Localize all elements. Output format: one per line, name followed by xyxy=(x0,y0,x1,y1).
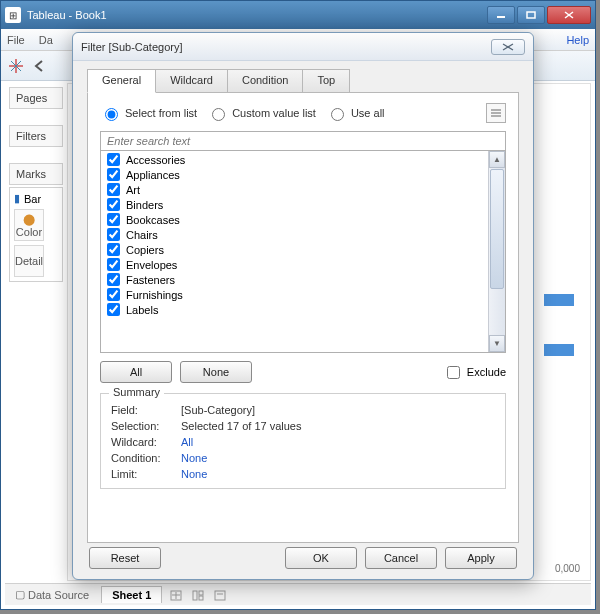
tableau-app-icon: ⊞ xyxy=(5,7,21,23)
color-icon: ⬤ xyxy=(23,213,35,226)
radio-custom-value-list[interactable]: Custom value list xyxy=(207,105,316,121)
exclude-checkbox[interactable]: Exclude xyxy=(443,363,506,382)
dialog-close-button[interactable] xyxy=(491,39,525,55)
dialog-footer: Reset OK Cancel Apply xyxy=(87,543,519,569)
summary-limit-value: None xyxy=(181,468,207,480)
side-panel: Pages Filters Marks ▮Bar ⬤Color Detail xyxy=(5,83,67,581)
scroll-down-icon[interactable]: ▼ xyxy=(489,335,505,352)
chart-bar xyxy=(544,344,574,356)
list-item[interactable]: Appliances xyxy=(101,167,488,182)
list-item[interactable]: Art xyxy=(101,182,488,197)
list-item-checkbox[interactable] xyxy=(107,243,120,256)
maximize-button[interactable] xyxy=(517,6,545,24)
list-item[interactable]: Chairs xyxy=(101,227,488,242)
tab-strip: General Wildcard Condition Top xyxy=(87,69,519,93)
marks-card[interactable]: ▮Bar ⬤Color Detail xyxy=(9,187,63,282)
tableau-logo-icon[interactable] xyxy=(7,57,25,75)
filters-shelf[interactable]: Filters xyxy=(9,125,63,147)
list-item-label: Appliances xyxy=(126,169,180,181)
sheet1-tab[interactable]: Sheet 1 xyxy=(101,586,162,603)
search-input[interactable] xyxy=(101,132,505,150)
svg-rect-1 xyxy=(527,12,535,18)
summary-wildcard-value: All xyxy=(181,436,193,448)
list-item-checkbox[interactable] xyxy=(107,273,120,286)
summary-limit-key: Limit: xyxy=(111,468,181,480)
list-item[interactable]: Bookcases xyxy=(101,212,488,227)
list-item-checkbox[interactable] xyxy=(107,153,120,166)
marks-shelf-title: Marks xyxy=(9,163,63,185)
tab-condition[interactable]: Condition xyxy=(227,69,303,93)
minimize-button[interactable] xyxy=(487,6,515,24)
dialog-titlebar[interactable]: Filter [Sub-Category] xyxy=(73,33,533,61)
filter-dialog: Filter [Sub-Category] General Wildcard C… xyxy=(72,32,534,580)
apply-button[interactable]: Apply xyxy=(445,547,517,569)
sheet-tab-bar: ▢ Data Source Sheet 1 xyxy=(5,583,591,605)
back-icon[interactable] xyxy=(31,57,49,75)
summary-selection-value: Selected 17 of 17 values xyxy=(181,420,301,432)
new-worksheet-icon[interactable] xyxy=(168,587,184,603)
pages-shelf[interactable]: Pages xyxy=(9,87,63,109)
tab-wildcard[interactable]: Wildcard xyxy=(155,69,228,93)
axis-tick-label: 0,000 xyxy=(555,563,580,574)
reset-button[interactable]: Reset xyxy=(89,547,161,569)
svg-rect-14 xyxy=(215,591,225,600)
summary-wildcard-key: Wildcard: xyxy=(111,436,181,448)
tab-panel-general: Select from list Custom value list Use a… xyxy=(87,92,519,543)
value-list[interactable]: AccessoriesAppliancesArtBindersBookcases… xyxy=(101,151,488,352)
marks-detail[interactable]: Detail xyxy=(14,245,44,277)
app-titlebar: ⊞ Tableau - Book1 xyxy=(1,1,595,29)
list-item-checkbox[interactable] xyxy=(107,288,120,301)
list-menu-icon[interactable] xyxy=(486,103,506,123)
summary-condition-value: None xyxy=(181,452,207,464)
ok-button[interactable]: OK xyxy=(285,547,357,569)
menu-help[interactable]: Help xyxy=(566,34,589,46)
list-item-label: Binders xyxy=(126,199,163,211)
scroll-up-icon[interactable]: ▲ xyxy=(489,151,505,168)
none-button[interactable]: None xyxy=(180,361,252,383)
tab-top[interactable]: Top xyxy=(302,69,350,93)
radio-use-all[interactable]: Use all xyxy=(326,105,385,121)
tab-general[interactable]: General xyxy=(87,69,156,93)
chart-bar xyxy=(544,294,574,306)
cancel-button[interactable]: Cancel xyxy=(365,547,437,569)
list-item-label: Art xyxy=(126,184,140,196)
list-item-label: Furnishings xyxy=(126,289,183,301)
summary-field-value: [Sub-Category] xyxy=(181,404,255,416)
list-item-label: Chairs xyxy=(126,229,158,241)
new-dashboard-icon[interactable] xyxy=(190,587,206,603)
scroll-thumb[interactable] xyxy=(490,169,504,289)
bar-icon: ▮ xyxy=(14,192,20,205)
list-item[interactable]: Labels xyxy=(101,302,488,317)
new-story-icon[interactable] xyxy=(212,587,228,603)
mark-type[interactable]: Bar xyxy=(24,193,41,205)
app-title: Tableau - Book1 xyxy=(27,9,487,21)
list-item-checkbox[interactable] xyxy=(107,258,120,271)
list-item-checkbox[interactable] xyxy=(107,198,120,211)
list-item[interactable]: Furnishings xyxy=(101,287,488,302)
list-item-label: Bookcases xyxy=(126,214,180,226)
all-button[interactable]: All xyxy=(100,361,172,383)
list-item-checkbox[interactable] xyxy=(107,183,120,196)
menu-data[interactable]: Da xyxy=(39,34,53,46)
list-item-checkbox[interactable] xyxy=(107,213,120,226)
list-item[interactable]: Binders xyxy=(101,197,488,212)
list-item-label: Copiers xyxy=(126,244,164,256)
list-item[interactable]: Fasteners xyxy=(101,272,488,287)
list-item[interactable]: Envelopes xyxy=(101,257,488,272)
marks-color[interactable]: ⬤Color xyxy=(14,209,44,241)
list-item[interactable]: Copiers xyxy=(101,242,488,257)
close-button[interactable] xyxy=(547,6,591,24)
menu-file[interactable]: File xyxy=(7,34,25,46)
dialog-title: Filter [Sub-Category] xyxy=(81,41,491,53)
list-item[interactable]: Accessories xyxy=(101,152,488,167)
scrollbar[interactable]: ▲ ▼ xyxy=(488,151,505,352)
list-item-checkbox[interactable] xyxy=(107,228,120,241)
list-item-checkbox[interactable] xyxy=(107,168,120,181)
list-item-label: Envelopes xyxy=(126,259,177,271)
list-item-label: Fasteners xyxy=(126,274,175,286)
data-source-tab[interactable]: ▢ Data Source xyxy=(9,586,95,603)
datasource-icon: ▢ xyxy=(15,588,25,601)
list-item-checkbox[interactable] xyxy=(107,303,120,316)
svg-rect-13 xyxy=(199,596,203,600)
radio-select-from-list[interactable]: Select from list xyxy=(100,105,197,121)
